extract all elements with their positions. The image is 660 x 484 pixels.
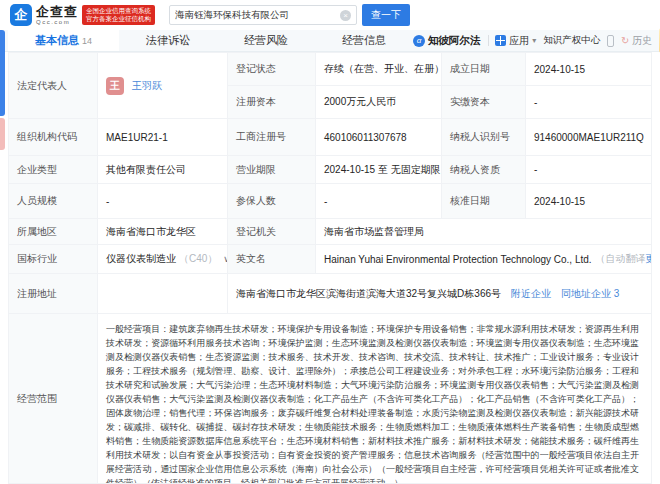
taxpayer-id-label: 纳税人识别号: [442, 119, 526, 156]
header-toolbar: α 知彼阿尔法 应用 ▾ 知识产权中心 ↻ 历史 SVIP 会员服务: [413, 30, 660, 51]
legal-rep-avatar[interactable]: 王: [106, 77, 124, 95]
biz-term-label: 营业期限: [228, 156, 316, 184]
search-input[interactable]: [175, 10, 340, 21]
region-label: 所属地区: [8, 219, 98, 245]
toolbar-divider: [488, 35, 489, 46]
industry-name: 仪器仪表制造业: [106, 252, 176, 266]
en-name-label: 英文名: [228, 245, 316, 274]
business-scope-label: 经营范围: [8, 314, 98, 484]
history-clock-icon: ↻: [621, 35, 629, 46]
badge-line2: 官方备案企业征信机构: [86, 15, 151, 23]
tab-operation-info[interactable]: 经营信息: [315, 30, 413, 51]
industry-value: 仪器仪表制造业 （C40） ∨: [98, 245, 228, 274]
address-value: 海南省海口市龙华区滨海街道滨海大道32号复兴城D栋366号 附近企业 同地址企业…: [228, 274, 652, 314]
insured-count-value: -: [316, 184, 442, 219]
reg-authority-label: 登记机关: [228, 219, 316, 245]
tab-bar: 基本信息 14 法律诉讼 经营风险 经营信息 α 知彼阿尔法 应用 ▾ 知识产权…: [0, 30, 660, 52]
zhibi-alpha-link[interactable]: α 知彼阿尔法: [413, 34, 481, 48]
brand[interactable]: 企查查 Qcc.com: [36, 5, 78, 25]
qcc-logo-icon[interactable]: 企: [10, 4, 32, 26]
tab-basic-info-label: 基本信息: [35, 33, 79, 48]
history-label: 历史: [632, 34, 652, 48]
same-address-companies-link[interactable]: 同地址企业 3: [561, 287, 619, 301]
apps-grid-icon: [495, 35, 506, 46]
taxpayer-id-value: 91460000MAE1UR211Q: [526, 119, 652, 156]
business-scope-text: 一般经营项目：建筑废弃物再生技术研发；环境保护专用设备制造；环境保护专用设备销售…: [106, 322, 639, 484]
tab-operation-risk[interactable]: 经营风险: [217, 30, 315, 51]
tab-operation-info-label: 经营信息: [342, 33, 386, 48]
paid-capital-value: -: [526, 86, 652, 119]
taxpayer-qual-value: -: [526, 156, 652, 184]
reg-capital-label: 注册资本: [228, 86, 316, 119]
en-name-value: Hainan Yuhai Environmental Protection Te…: [316, 245, 652, 274]
approval-date-value: 2024-10-15: [526, 184, 652, 219]
apps-menu[interactable]: 应用 ▾: [495, 34, 536, 48]
en-name-note: （自动翻译: [596, 252, 646, 266]
tab-legal-litigation-label: 法律诉讼: [146, 33, 190, 48]
address-spacer-cell: [98, 274, 228, 314]
company-type-label: 企业类型: [8, 156, 98, 184]
search-button[interactable]: 查一下: [362, 4, 410, 26]
org-code-value: MAE1UR21-1: [98, 119, 228, 156]
staff-size-label: 人员规模: [8, 184, 98, 219]
top-header: 企 企查查 Qcc.com 全国企业信用查询系统 官方备案企业征信机构 × 查一…: [0, 0, 660, 30]
ip-center-link[interactable]: 知识产权中心: [543, 34, 600, 47]
side-strip-pink[interactable]: [0, 118, 5, 150]
tab-operation-risk-label: 经营风险: [244, 33, 288, 48]
legal-rep-name-link[interactable]: 王羽跃: [132, 79, 162, 93]
biz-reg-no-label: 工商注册号: [228, 119, 316, 156]
est-date-value: 2024-10-15: [526, 53, 652, 86]
est-date-label: 成立日期: [442, 53, 526, 86]
biz-term-value: 2024-10-15 至 无固定期限: [316, 156, 442, 184]
business-scope-value: 一般经营项目：建筑废弃物再生技术研发；环境保护专用设备制造；环境保护专用设备销售…: [98, 314, 652, 484]
credibility-badge: 全国企业信用查询系统 官方备案企业征信机构: [82, 5, 155, 26]
en-name-text: Hainan Yuhai Environmental Protection Te…: [324, 254, 592, 265]
ip-center-label: 知识产权中心: [543, 34, 600, 47]
apps-menu-label: 应用: [509, 34, 529, 48]
legal-rep-value: 王 王羽跃: [98, 53, 228, 119]
history-link[interactable]: ↻ 历史: [621, 34, 652, 48]
legal-rep-label: 法定代表人: [8, 53, 98, 119]
reg-status-value: 存续（在营、开业、在册）: [316, 53, 442, 86]
taxpayer-qual-label: 纳税人资质: [442, 156, 526, 184]
address-text: 海南省海口市龙华区滨海街道滨海大道32号复兴城D栋366号: [236, 287, 501, 301]
reg-capital-value: 2000万元人民币: [316, 86, 442, 119]
en-name-update-link[interactable]: 更新: [646, 252, 652, 266]
approval-date-label: 核准日期: [442, 184, 526, 219]
search-box[interactable]: ×: [169, 5, 357, 25]
brand-name: 企查查: [36, 5, 78, 18]
nearby-companies-link[interactable]: 附近企业: [511, 287, 551, 301]
clear-icon[interactable]: ×: [340, 10, 351, 21]
badge-line1: 全国企业信用查询系统: [86, 7, 151, 15]
industry-code: （C40）: [179, 252, 217, 266]
tab-basic-info[interactable]: 基本信息 14: [8, 30, 119, 51]
staff-size-value: -: [98, 184, 228, 219]
reg-status-label: 登记状态: [228, 53, 316, 86]
side-strip-blue[interactable]: [0, 30, 5, 116]
brand-domain: Qcc.com: [36, 19, 78, 25]
zhibi-alpha-label: 知彼阿尔法: [428, 34, 481, 48]
region-value: 海南省海口市龙华区: [98, 219, 228, 245]
industry-label: 国标行业: [8, 245, 98, 274]
basic-info-table: 法定代表人 王 王羽跃 登记状态 存续（在营、开业、在册） 成立日期 2024-…: [8, 52, 652, 484]
biz-reg-no-value: 460106011307678: [316, 119, 442, 156]
insured-count-label: 参保人数: [228, 184, 316, 219]
tab-basic-info-count: 14: [82, 36, 92, 46]
org-code-label: 组织机构代码: [8, 119, 98, 156]
company-type-value: 其他有限责任公司: [98, 156, 228, 184]
caret-down-icon: ▾: [532, 36, 536, 45]
zhibi-alpha-icon: α: [413, 35, 425, 47]
paid-capital-label: 实缴资本: [442, 86, 526, 119]
reg-authority-value: 海南省市场监督管理局: [316, 219, 652, 245]
tab-legal-litigation[interactable]: 法律诉讼: [119, 30, 217, 51]
address-label: 注册地址: [8, 274, 98, 314]
mobile-phone-icon[interactable]: [607, 35, 614, 47]
